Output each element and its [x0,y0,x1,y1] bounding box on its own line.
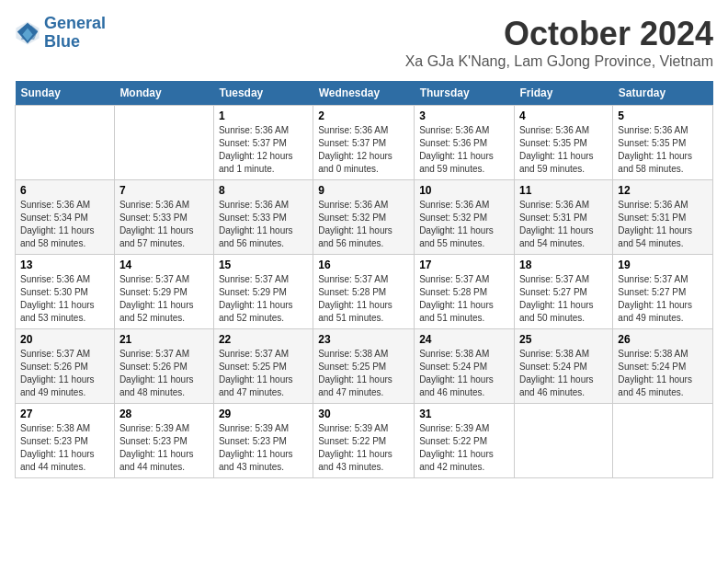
sunrise-text: Sunrise: 5:38 AM [318,349,388,359]
daylight-text: Daylight: 11 hours and 59 minutes. [519,151,594,174]
sunset-text: Sunset: 5:24 PM [519,362,587,372]
table-cell: 16Sunrise: 5:37 AMSunset: 5:28 PMDayligh… [313,255,415,329]
week-row-4: 20Sunrise: 5:37 AMSunset: 5:26 PMDayligh… [16,329,713,404]
page-wrapper: General Blue October 2024 Xa GJa K'Nang,… [15,15,713,478]
sunrise-text: Sunrise: 5:37 AM [20,349,90,359]
day-number: 24 [419,333,509,346]
day-detail: Sunrise: 5:36 AMSunset: 5:34 PMDaylight:… [20,199,109,250]
sunrise-text: Sunrise: 5:39 AM [419,423,489,433]
day-detail: Sunrise: 5:36 AMSunset: 5:37 PMDaylight:… [318,124,409,176]
week-row-3: 13Sunrise: 5:36 AMSunset: 5:30 PMDayligh… [16,255,713,329]
day-detail: Sunrise: 5:36 AMSunset: 5:33 PMDaylight:… [219,199,308,250]
daylight-text: Daylight: 11 hours and 56 minutes. [318,225,392,248]
day-number: 1 [219,109,308,122]
col-sunday: Sunday [16,81,115,106]
sunrise-text: Sunrise: 5:37 AM [618,274,688,284]
table-cell: 24Sunrise: 5:38 AMSunset: 5:24 PMDayligh… [415,329,515,404]
sunrise-text: Sunrise: 5:36 AM [519,125,589,135]
table-cell: 21Sunrise: 5:37 AMSunset: 5:26 PMDayligh… [114,329,213,404]
day-detail: Sunrise: 5:37 AMSunset: 5:28 PMDaylight:… [318,273,409,325]
table-cell: 15Sunrise: 5:37 AMSunset: 5:29 PMDayligh… [213,255,313,329]
sunset-text: Sunset: 5:22 PM [318,436,386,446]
day-number: 31 [419,408,509,420]
daylight-text: Daylight: 11 hours and 43 minutes. [318,449,392,472]
header-row: Sunday Monday Tuesday Wednesday Thursday… [16,81,713,106]
table-cell [114,106,213,180]
sunrise-text: Sunrise: 5:36 AM [618,200,688,210]
day-detail: Sunrise: 5:36 AMSunset: 5:33 PMDaylight:… [119,199,209,250]
day-detail: Sunrise: 5:39 AMSunset: 5:23 PMDaylight:… [219,422,308,474]
table-cell: 2Sunrise: 5:36 AMSunset: 5:37 PMDaylight… [313,106,415,180]
day-number: 10 [419,184,509,197]
daylight-text: Daylight: 11 hours and 53 minutes. [20,300,95,323]
day-number: 14 [119,259,209,271]
table-cell: 4Sunrise: 5:36 AMSunset: 5:35 PMDaylight… [514,106,612,180]
day-detail: Sunrise: 5:37 AMSunset: 5:29 PMDaylight:… [219,273,308,325]
table-cell: 8Sunrise: 5:36 AMSunset: 5:33 PMDaylight… [213,180,313,255]
sunset-text: Sunset: 5:35 PM [519,138,587,148]
day-detail: Sunrise: 5:36 AMSunset: 5:31 PMDaylight:… [519,199,608,250]
month-title: October 2024 [405,15,713,53]
sunrise-text: Sunrise: 5:39 AM [219,423,289,433]
daylight-text: Daylight: 11 hours and 46 minutes. [419,374,494,397]
sunset-text: Sunset: 5:37 PM [318,138,386,148]
col-thursday: Thursday [415,81,515,106]
daylight-text: Daylight: 11 hours and 58 minutes. [618,151,692,174]
sunset-text: Sunset: 5:27 PM [519,287,587,297]
day-number: 3 [419,109,509,122]
week-row-5: 27Sunrise: 5:38 AMSunset: 5:23 PMDayligh… [16,404,713,478]
day-number: 5 [618,109,708,122]
day-number: 17 [419,259,509,271]
sunset-text: Sunset: 5:34 PM [20,213,88,223]
daylight-text: Daylight: 11 hours and 52 minutes. [119,300,194,323]
table-cell: 22Sunrise: 5:37 AMSunset: 5:25 PMDayligh… [213,329,313,404]
table-cell: 14Sunrise: 5:37 AMSunset: 5:29 PMDayligh… [114,255,213,329]
day-number: 28 [119,408,209,420]
day-number: 9 [318,184,409,197]
sunset-text: Sunset: 5:23 PM [20,436,88,446]
table-cell: 5Sunrise: 5:36 AMSunset: 5:35 PMDaylight… [613,106,713,180]
sunrise-text: Sunrise: 5:36 AM [318,200,388,210]
sunrise-text: Sunrise: 5:36 AM [519,200,589,210]
header: General Blue October 2024 Xa GJa K'Nang,… [15,15,713,77]
sunrise-text: Sunrise: 5:36 AM [419,125,489,135]
daylight-text: Daylight: 11 hours and 45 minutes. [618,374,692,397]
day-detail: Sunrise: 5:37 AMSunset: 5:27 PMDaylight:… [519,273,608,325]
daylight-text: Daylight: 11 hours and 59 minutes. [419,151,494,174]
day-detail: Sunrise: 5:36 AMSunset: 5:35 PMDaylight:… [618,124,708,176]
title-area: October 2024 Xa GJa K'Nang, Lam GJong Pr… [405,15,713,77]
day-detail: Sunrise: 5:37 AMSunset: 5:27 PMDaylight:… [618,273,708,325]
table-cell: 3Sunrise: 5:36 AMSunset: 5:36 PMDaylight… [415,106,515,180]
day-detail: Sunrise: 5:39 AMSunset: 5:22 PMDaylight:… [419,422,509,474]
day-number: 26 [618,333,708,346]
sunrise-text: Sunrise: 5:37 AM [318,274,388,284]
table-cell: 26Sunrise: 5:38 AMSunset: 5:24 PMDayligh… [613,329,713,404]
sunrise-text: Sunrise: 5:39 AM [318,423,388,433]
day-number: 15 [219,259,308,271]
table-cell: 10Sunrise: 5:36 AMSunset: 5:32 PMDayligh… [415,180,515,255]
day-number: 18 [519,259,608,271]
sunset-text: Sunset: 5:24 PM [419,362,487,372]
sunset-text: Sunset: 5:23 PM [219,436,287,446]
day-detail: Sunrise: 5:38 AMSunset: 5:24 PMDaylight:… [519,348,608,399]
day-detail: Sunrise: 5:38 AMSunset: 5:24 PMDaylight:… [618,348,708,399]
sunset-text: Sunset: 5:22 PM [419,436,487,446]
daylight-text: Daylight: 12 hours and 0 minutes. [318,151,392,174]
col-saturday: Saturday [613,81,713,106]
table-cell: 28Sunrise: 5:39 AMSunset: 5:23 PMDayligh… [114,404,213,478]
logo-area: General Blue [15,15,106,52]
daylight-text: Daylight: 11 hours and 43 minutes. [219,449,293,472]
sunset-text: Sunset: 5:31 PM [519,213,587,223]
col-monday: Monday [114,81,213,106]
sunrise-text: Sunrise: 5:37 AM [119,274,189,284]
sunrise-text: Sunrise: 5:38 AM [618,349,688,359]
sunrise-text: Sunrise: 5:36 AM [419,200,489,210]
day-number: 7 [119,184,209,197]
sunset-text: Sunset: 5:28 PM [318,287,386,297]
table-cell [613,404,713,478]
sunrise-text: Sunrise: 5:36 AM [219,200,289,210]
day-number: 22 [219,333,308,346]
sunrise-text: Sunrise: 5:36 AM [20,200,90,210]
table-cell: 29Sunrise: 5:39 AMSunset: 5:23 PMDayligh… [213,404,313,478]
sunrise-text: Sunrise: 5:38 AM [519,349,589,359]
